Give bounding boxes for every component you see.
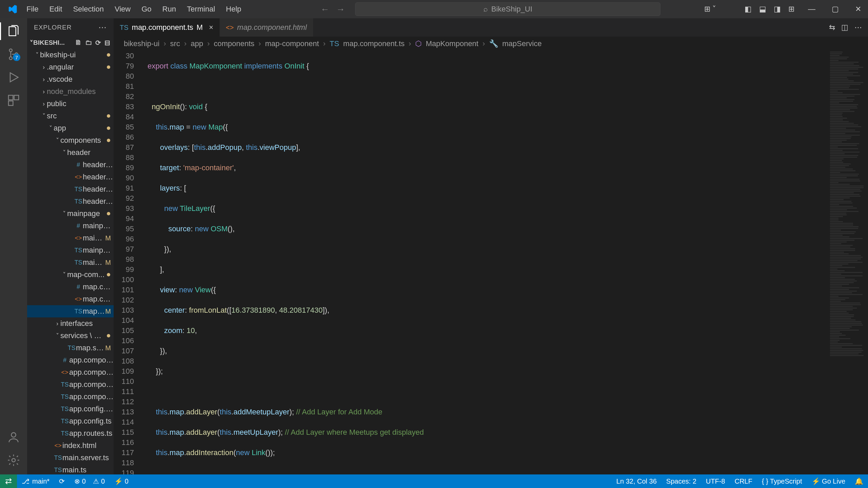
sync-button[interactable]: ⟳	[54, 477, 70, 485]
tree-item[interactable]: ˅header	[27, 147, 114, 159]
code-area[interactable]: 3079808182838485868788899091929394959697…	[114, 51, 868, 474]
close-button[interactable]: ✕	[852, 3, 865, 16]
collapse-icon[interactable]: ⊟	[104, 39, 110, 47]
menu-run[interactable]: Run	[158, 3, 181, 16]
account-icon[interactable]	[6, 430, 21, 445]
command-center[interactable]: ⌕ BikeShip_UI	[355, 2, 660, 16]
crumb[interactable]: mapService	[502, 39, 542, 48]
compare-icon[interactable]: ⇆	[829, 23, 835, 32]
tree-item[interactable]: ›interfaces	[27, 317, 114, 330]
tree-item[interactable]: TSheader.compo...	[27, 183, 114, 195]
layout-right-icon[interactable]: ◨	[774, 5, 781, 14]
tree-item[interactable]: ˅src	[27, 110, 114, 122]
file-label: interfaces	[60, 319, 114, 328]
tree-item[interactable]: #map.compone...	[27, 281, 114, 293]
tree-item[interactable]: <>mainpag...M	[27, 232, 114, 244]
sidebar-more-icon[interactable]: ⋯	[98, 23, 107, 32]
tree-item[interactable]: TSapp.component.ts	[27, 391, 114, 403]
editor-tab[interactable]: <>map.component.html	[220, 18, 313, 37]
split-icon[interactable]: ◫	[841, 23, 848, 32]
crumb[interactable]: MapKomponent	[426, 39, 478, 48]
tree-item[interactable]: ˅services \ map	[27, 330, 114, 342]
tree-item[interactable]: TSmain.ts	[27, 464, 114, 474]
code-content[interactable]: export class MapKomponent implements OnI…	[144, 51, 868, 474]
tree-item[interactable]: <>header.compo...	[27, 171, 114, 183]
more-icon[interactable]: ⋯	[854, 23, 862, 32]
refresh-icon[interactable]: ⟳	[95, 39, 101, 47]
tree-item[interactable]: TSapp.config.ts	[27, 415, 114, 427]
tree-item[interactable]: TSmap.com...M	[27, 305, 114, 317]
crumb[interactable]: map.component.ts	[343, 39, 405, 48]
language-mode[interactable]: { } TypeScript	[757, 477, 807, 485]
nav-back-icon[interactable]: ←	[321, 4, 329, 15]
remote-button[interactable]: ⇄	[0, 474, 17, 488]
menu-selection[interactable]: Selection	[68, 3, 109, 16]
tree-item[interactable]: ˅mainpage	[27, 208, 114, 220]
crumb[interactable]: bikeship-ui	[124, 39, 159, 48]
extensions-icon[interactable]	[6, 93, 21, 108]
port-forward[interactable]: ⚡ 0	[110, 477, 133, 485]
tree-item[interactable]: TSheader.compo...	[27, 195, 114, 208]
menu-terminal[interactable]: Terminal	[182, 3, 220, 16]
notifications-icon[interactable]: 🔔	[850, 477, 868, 485]
crumb[interactable]: map-component	[265, 39, 319, 48]
tree-item[interactable]: #header.compo...	[27, 159, 114, 171]
crumb[interactable]: src	[170, 39, 180, 48]
run-debug-icon[interactable]	[6, 70, 21, 85]
problems[interactable]: ⊗ 0 ⚠ 0	[70, 477, 110, 485]
tree-item[interactable]: #app.component.css	[27, 354, 114, 366]
minimize-button[interactable]: —	[805, 3, 819, 16]
activity-bar: 7	[0, 18, 27, 474]
new-file-icon[interactable]: 🗎	[75, 39, 82, 47]
go-live[interactable]: ⚡ Go Live	[807, 477, 850, 485]
crumb[interactable]: app	[191, 39, 203, 48]
svg-rect-4	[14, 95, 19, 100]
tree-item[interactable]: TSmap.servic...M	[27, 342, 114, 354]
explorer-icon[interactable]	[6, 24, 21, 39]
indentation[interactable]: Spaces: 2	[661, 477, 701, 485]
menu-go[interactable]: Go	[137, 3, 156, 16]
layout-left-icon[interactable]: ◧	[745, 5, 752, 14]
tree-item[interactable]: ˅components	[27, 134, 114, 147]
tree-item[interactable]: TSmainpag...M	[27, 256, 114, 269]
layout-bottom-icon[interactable]: ⬓	[759, 5, 766, 14]
minimap[interactable]	[827, 51, 868, 474]
tree-item[interactable]: ˅bikeship-ui	[27, 49, 114, 61]
tree-item[interactable]: TSmainpage.com...	[27, 244, 114, 256]
close-tab-icon[interactable]: ×	[209, 23, 213, 32]
new-folder-icon[interactable]: 🗀	[85, 39, 92, 47]
tree-item[interactable]: ›public	[27, 98, 114, 110]
cursor-position[interactable]: Ln 32, Col 36	[612, 477, 661, 485]
layout-customize-icon[interactable]: ⊞	[788, 5, 794, 14]
breadcrumb[interactable]: bikeship-ui› src› app› components› map-c…	[114, 37, 868, 51]
eol[interactable]: CRLF	[730, 477, 757, 485]
menu-edit[interactable]: Edit	[44, 3, 67, 16]
file-label: header	[67, 148, 114, 157]
maximize-button[interactable]: ▢	[828, 3, 842, 16]
tree-item[interactable]: #mainpage.com...	[27, 220, 114, 232]
tree-item[interactable]: ›.vscode	[27, 73, 114, 85]
tree-item[interactable]: ˅app	[27, 122, 114, 134]
tree-item[interactable]: TSapp.routes.ts	[27, 427, 114, 440]
tree-item[interactable]: ˅map-com...	[27, 269, 114, 281]
tree-item[interactable]: TSapp.component.s...	[27, 378, 114, 391]
copilot-icon[interactable]: ⊞ ˅	[704, 5, 716, 14]
tree-root[interactable]: ˅ BIKESHI... 🗎 🗀 ⟳ ⊟	[27, 37, 114, 49]
tree-item[interactable]: ›node_modules	[27, 85, 114, 98]
nav-forward-icon[interactable]: →	[336, 4, 345, 15]
git-branch[interactable]: ⎇ main*	[17, 477, 54, 485]
tree-item[interactable]: <>app.component.h...	[27, 366, 114, 378]
tree-item[interactable]: <>index.html	[27, 440, 114, 452]
crumb[interactable]: components	[214, 39, 254, 48]
tree-item[interactable]: <>map.compone...	[27, 293, 114, 305]
tree-item[interactable]: TSmain.server.ts	[27, 452, 114, 464]
tree-item[interactable]: ›.angular	[27, 61, 114, 73]
encoding[interactable]: UTF-8	[701, 477, 730, 485]
tree-item[interactable]: TSapp.config.server.ts	[27, 403, 114, 415]
menu-help[interactable]: Help	[221, 3, 246, 16]
menu-file[interactable]: File	[22, 3, 43, 16]
menu-view[interactable]: View	[110, 3, 135, 16]
settings-icon[interactable]	[6, 453, 21, 468]
editor-tab[interactable]: TSmap.component.tsM×	[114, 18, 220, 37]
source-control-icon[interactable]: 7	[6, 47, 21, 62]
